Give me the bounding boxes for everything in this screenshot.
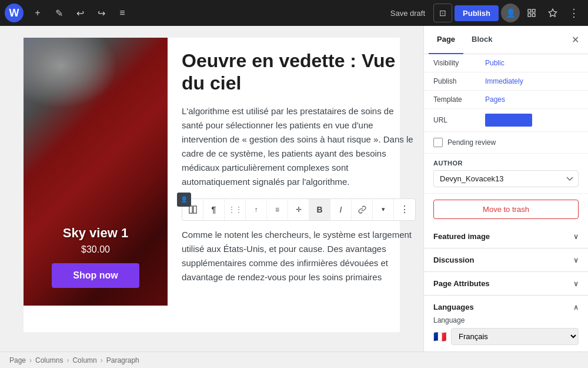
italic-button[interactable]: I (330, 199, 352, 220)
svg-rect-5 (189, 206, 192, 213)
publish-row: Publish Immediately (424, 72, 588, 91)
text-column: Oeuvre en vedette : Vue du ciel L'algori… (168, 38, 423, 306)
page-attributes-section: Page Attributes ∨ (424, 272, 588, 296)
page-attributes-header[interactable]: Page Attributes ∨ (424, 272, 588, 295)
undo-button[interactable]: ↩ (71, 4, 89, 22)
discussion-header[interactable]: Discussion ∨ (424, 248, 588, 271)
breadcrumb-sep-1: › (29, 356, 32, 364)
list-view-button[interactable]: ≡ (113, 4, 132, 22)
publish-button[interactable]: Publish (455, 5, 499, 21)
page-attributes-arrow: ∨ (573, 280, 579, 288)
tab-page[interactable]: Page (429, 26, 463, 54)
article-paragraph-2: Comme le notent les chercheurs, le systè… (182, 228, 416, 284)
editor-content: Sky view 1 $30.00 Shop now Oeuvre en ved… (24, 38, 400, 332)
more-button[interactable]: ⋮ (394, 199, 415, 220)
avatar[interactable]: 👤 (501, 4, 520, 22)
block-handle[interactable]: 👤 (177, 193, 191, 207)
author-select[interactable]: Devyn_Kovacek13 (433, 170, 579, 187)
breadcrumb-sep-2: › (66, 356, 69, 364)
shop-now-button[interactable]: Shop now (52, 263, 139, 288)
visibility-value[interactable]: Public (485, 59, 505, 67)
publish-label: Publish (433, 77, 480, 85)
featured-image-header[interactable]: Featured image ∨ (424, 225, 588, 248)
redo-button[interactable]: ↪ (92, 4, 111, 22)
product-info: Sky view 1 $30.00 Shop now (52, 226, 139, 288)
sidebar: Page Block ✕ Visibility Public Publish I… (423, 26, 588, 352)
sidebar-close-button[interactable]: ✕ (567, 32, 583, 48)
pending-review-label: Pending review (447, 138, 496, 147)
sidebar-header: Page Block ✕ (424, 26, 588, 54)
language-select-row: 🇫🇷 Français (433, 328, 579, 345)
move-up-button[interactable]: ↑ (246, 199, 267, 220)
featured-image-label: Featured image (433, 232, 490, 241)
language-flag: 🇫🇷 (433, 330, 446, 343)
dropdown-button[interactable]: ▾ (373, 199, 394, 220)
main-layout: Sky view 1 $30.00 Shop now Oeuvre en ved… (0, 26, 588, 352)
svg-rect-6 (193, 206, 196, 213)
breadcrumb-sep-3: › (101, 356, 103, 364)
plugin-button[interactable] (543, 4, 562, 22)
featured-image-section: Featured image ∨ (424, 225, 588, 248)
template-value[interactable]: Pages (485, 95, 505, 104)
languages-header[interactable]: Languages ∧ (433, 296, 579, 316)
move-to-trash-button[interactable]: Move to trash (433, 200, 579, 219)
featured-image-arrow: ∨ (573, 233, 579, 241)
featured-image-column[interactable]: Sky view 1 $30.00 Shop now (24, 38, 168, 306)
inline-toolbar: ¶ ⋮⋮ ↑ ≡ ✛ B I ▾ ⋮ (182, 198, 416, 221)
svg-rect-2 (528, 14, 531, 16)
article-heading: Oeuvre en vedette : Vue du ciel (182, 49, 416, 95)
view-button[interactable]: ⊡ (433, 4, 452, 22)
settings-button[interactable] (522, 4, 541, 22)
template-row: Template Pages (424, 91, 588, 109)
page-attributes-label: Page Attributes (433, 279, 490, 288)
align-button[interactable]: ≡ (267, 199, 288, 220)
visibility-label: Visibility (433, 59, 480, 67)
languages-section: Languages ∧ Language 🇫🇷 Français Transla… (424, 296, 588, 352)
languages-arrow: ∧ (573, 303, 579, 311)
svg-rect-3 (532, 14, 535, 16)
languages-body: Languages ∧ Language 🇫🇷 Français Transla… (424, 296, 588, 352)
discussion-label: Discussion (433, 256, 474, 264)
discussion-section: Discussion ∨ (424, 248, 588, 272)
language-select[interactable]: Français (451, 328, 579, 345)
svg-rect-0 (528, 9, 531, 12)
author-section: AUTHOR Devyn_Kovacek13 (424, 154, 588, 194)
breadcrumb-page[interactable]: Page (9, 356, 26, 364)
author-label: AUTHOR (433, 160, 579, 167)
wp-logo[interactable]: W (5, 4, 24, 22)
language-label: Language (433, 316, 579, 324)
tools-button[interactable]: ✎ (49, 4, 68, 22)
url-label: URL (433, 116, 480, 124)
template-label: Template (433, 95, 480, 104)
publish-value[interactable]: Immediately (485, 77, 523, 85)
pending-review-checkbox[interactable] (433, 138, 443, 147)
columns-block: Sky view 1 $30.00 Shop now Oeuvre en ved… (24, 38, 400, 306)
svg-marker-4 (549, 9, 556, 16)
tab-block[interactable]: Block (463, 26, 500, 54)
pending-review-row: Pending review (424, 132, 588, 154)
link-button[interactable] (352, 199, 373, 220)
sidebar-body: Visibility Public Publish Immediately Te… (424, 54, 588, 352)
languages-label: Languages (433, 303, 474, 311)
breadcrumb-columns[interactable]: Columns (35, 356, 63, 364)
more-options-button[interactable]: ⋮ (564, 4, 583, 22)
breadcrumb-column[interactable]: Column (72, 356, 96, 364)
editor-area: Sky view 1 $30.00 Shop now Oeuvre en ved… (0, 26, 423, 352)
article-paragraph-1: L'algorithme est utilisé par les prestat… (182, 104, 416, 189)
product-price: $30.00 (52, 244, 139, 255)
drag-handle[interactable]: ⋮⋮ (225, 199, 246, 220)
top-toolbar: W + ✎ ↩ ↪ ≡ Save draft ⊡ Publish 👤 ⋮ (0, 0, 588, 26)
discussion-arrow: ∨ (573, 256, 579, 264)
url-row: URL (424, 109, 588, 132)
url-bar[interactable] (485, 114, 532, 127)
paragraph-button[interactable]: ¶ (203, 199, 225, 220)
visibility-row: Visibility Public (424, 54, 588, 72)
product-title: Sky view 1 (52, 226, 139, 241)
bold-button[interactable]: B (309, 199, 330, 220)
save-draft-button[interactable]: Save draft (385, 5, 431, 21)
breadcrumb: Page › Columns › Column › Paragraph (0, 352, 588, 368)
svg-rect-1 (532, 9, 535, 12)
transform-button[interactable]: ✛ (288, 199, 309, 220)
breadcrumb-paragraph[interactable]: Paragraph (106, 356, 139, 364)
add-block-button[interactable]: + (28, 4, 47, 22)
